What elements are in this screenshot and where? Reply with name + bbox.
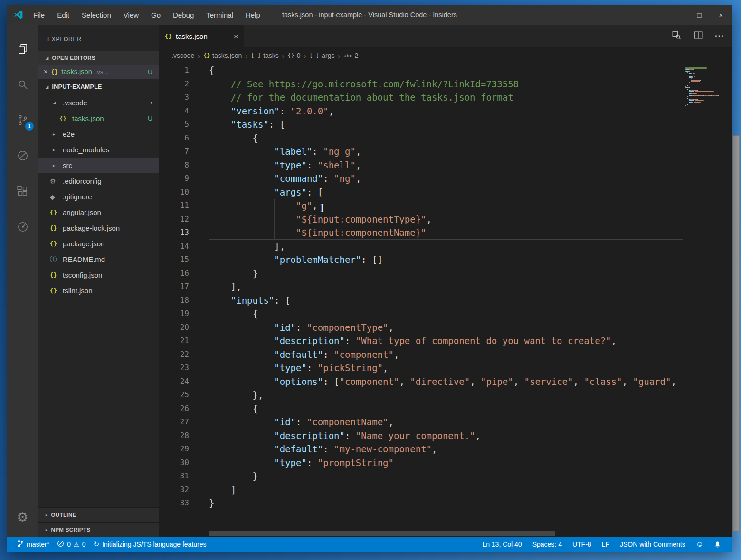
npm-scripts-section-header[interactable]: ▸ NPM SCRIPTS — [38, 522, 159, 537]
code-line-12[interactable]: 12 "${input:componentType}", — [159, 213, 732, 226]
code-line-3[interactable]: 3 // for the documentation about the tas… — [159, 91, 732, 104]
split-editor-icon[interactable] — [693, 30, 703, 42]
debug-icon[interactable] — [7, 138, 38, 173]
code-line-20[interactable]: 20 "id": "componentType", — [159, 321, 732, 335]
open-changes-icon[interactable] — [671, 30, 682, 42]
code-line-23[interactable]: 23 "type": "pickString", — [159, 361, 732, 375]
breadcrumb-item--vscode[interactable]: .vscode — [171, 52, 194, 59]
code-editor[interactable]: 1{2 // See https://go.microsoft.com/fwli… — [159, 64, 732, 537]
file-item-tslint-json[interactable]: {}tslint.json — [38, 283, 159, 299]
code-text: "command": "ng", — [189, 172, 361, 186]
language-features-status[interactable]: ↻ Initializing JS/TS language features — [89, 537, 210, 552]
code-line-33[interactable]: 33} — [159, 496, 732, 510]
minimap[interactable] — [683, 64, 723, 537]
tab-tasks-json[interactable]: {} tasks.json × — [159, 25, 244, 47]
code-line-7[interactable]: 7 "label": "ng g", — [159, 145, 732, 159]
file-item--editorconfig[interactable]: ⚙.editorconfig — [38, 173, 159, 189]
menu-edit[interactable]: Edit — [51, 5, 76, 25]
folder-item-e2e[interactable]: ▸e2e — [38, 126, 159, 142]
code-line-26[interactable]: 26 { — [159, 402, 732, 416]
code-line-29[interactable]: 29 "default": "my-new-component", — [159, 442, 732, 456]
language-mode[interactable]: JSON with Comments — [615, 537, 691, 552]
file-item-README-md[interactable]: ⓘREADME.md — [38, 252, 159, 267]
code-line-9[interactable]: 9 "command": "ng", — [159, 172, 732, 186]
file-item-tasks-json[interactable]: {}tasks.jsonU — [38, 111, 159, 126]
modified-dot-icon: ● — [150, 101, 152, 105]
menu-selection[interactable]: Selection — [76, 5, 117, 25]
code-line-19[interactable]: 19 { — [159, 307, 732, 321]
extensions-icon[interactable] — [7, 173, 38, 209]
code-line-1[interactable]: 1{ — [159, 64, 732, 77]
code-token: "g" — [209, 200, 312, 211]
close-icon[interactable]: × — [44, 68, 48, 75]
code-line-6[interactable]: 6 { — [159, 131, 732, 145]
minimize-icon[interactable]: — — [666, 5, 688, 25]
menu-view[interactable]: View — [117, 5, 145, 25]
close-tab-icon[interactable]: × — [234, 32, 238, 40]
code-line-25[interactable]: 25 }, — [159, 388, 732, 402]
code-line-2[interactable]: 2 // See https://go.microsoft.com/fwlink… — [159, 77, 732, 91]
source-control-icon[interactable]: 1 — [7, 102, 38, 138]
code-line-11[interactable]: 11 "g", — [159, 199, 732, 213]
breadcrumb-item-0[interactable]: {}0 — [288, 52, 301, 59]
code-line-8[interactable]: 8 "type": "shell", — [159, 159, 732, 172]
search-icon[interactable] — [7, 66, 38, 102]
outline-section-header[interactable]: ▸ OUTLINE — [38, 507, 159, 522]
code-line-13[interactable]: 13 "${input:componentName}" — [159, 226, 732, 240]
file-item-package-json[interactable]: {}package.json — [38, 236, 159, 252]
menu-debug[interactable]: Debug — [167, 5, 200, 25]
folder-item--vscode[interactable]: ◢.vscode● — [38, 95, 159, 111]
code-line-4[interactable]: 4 "version": "2.0.0", — [159, 104, 732, 118]
menu-file[interactable]: File — [27, 5, 51, 25]
maximize-icon[interactable]: □ — [688, 5, 710, 25]
breadcrumb-item-tasks[interactable]: [ ]tasks — [251, 52, 278, 59]
code-line-31[interactable]: 31 } — [159, 469, 732, 483]
code-line-24[interactable]: 24 "options": ["component", "directive",… — [159, 375, 732, 389]
open-editors-header[interactable]: ◢ OPEN EDITORS — [38, 51, 159, 65]
code-line-17[interactable]: 17 ], — [159, 280, 732, 294]
folder-item-node-modules[interactable]: ▸node_modules — [38, 142, 159, 158]
editor-scrollbar-horizontal[interactable] — [209, 531, 683, 536]
file-item-tsconfig-json[interactable]: {}tsconfig.json — [38, 267, 159, 283]
scrollbar-thumb[interactable] — [209, 531, 555, 536]
code-line-21[interactable]: 21 "description": "What type of componen… — [159, 334, 732, 348]
more-actions-icon[interactable]: ··· — [715, 31, 724, 41]
extension-gauge-icon[interactable] — [7, 209, 38, 244]
code-line-16[interactable]: 16 } — [159, 267, 732, 280]
file-item--gitignore[interactable]: ◆.gitignore — [38, 189, 159, 205]
file-item-package-lock-json[interactable]: {}package-lock.json — [38, 220, 159, 236]
open-editor-item-tasks-json[interactable]: × {} tasks.json .vs... U — [38, 65, 159, 79]
code-line-14[interactable]: 14 ], — [159, 240, 732, 253]
editor-scrollbar-vertical[interactable] — [723, 64, 732, 537]
code-line-32[interactable]: 32 ] — [159, 483, 732, 497]
breadcrumb-item-args[interactable]: [ ]args — [309, 52, 334, 59]
file-item-angular-json[interactable]: {}angular.json — [38, 205, 159, 220]
git-branch-status[interactable]: master* — [13, 537, 53, 552]
explorer-icon[interactable] — [7, 31, 38, 66]
code-line-15[interactable]: 15 "problemMatcher": [] — [159, 253, 732, 267]
code-line-10[interactable]: 10 "args": [ — [159, 186, 732, 199]
folder-item-src[interactable]: ▸src — [38, 158, 159, 173]
feedback-smiley-icon[interactable]: ☺ — [691, 537, 709, 552]
problems-status[interactable]: 0 ⚠ 0 — [53, 537, 89, 552]
cursor-position[interactable]: Ln 13, Col 40 — [477, 537, 527, 552]
project-root-header[interactable]: ◢ INPUT-EXAMPLE — [38, 79, 159, 95]
open-editor-filename: tasks.json — [61, 68, 92, 75]
encoding-setting[interactable]: UTF-8 — [567, 537, 597, 552]
menu-terminal[interactable]: Terminal — [200, 5, 239, 25]
settings-gear-icon[interactable]: ⚙ — [7, 499, 38, 535]
code-line-30[interactable]: 30 "type": "promptString" — [159, 456, 732, 470]
eol-setting[interactable]: LF — [597, 537, 615, 552]
close-window-icon[interactable]: × — [710, 5, 732, 25]
code-line-18[interactable]: 18 "inputs": [ — [159, 294, 732, 308]
notifications-bell-icon[interactable] — [709, 537, 726, 552]
code-line-5[interactable]: 5 "tasks": [ — [159, 118, 732, 131]
breadcrumb-item-tasks-json[interactable]: {}tasks.json — [203, 52, 242, 59]
menu-go[interactable]: Go — [145, 5, 167, 25]
menu-help[interactable]: Help — [239, 5, 266, 25]
code-line-22[interactable]: 22 "default": "component", — [159, 348, 732, 362]
code-line-27[interactable]: 27 "id": "componentName", — [159, 415, 732, 429]
breadcrumb-item-2[interactable]: abc2 — [344, 52, 359, 59]
code-line-28[interactable]: 28 "description": "Name your component."… — [159, 429, 732, 443]
indentation-setting[interactable]: Spaces: 4 — [527, 537, 567, 552]
